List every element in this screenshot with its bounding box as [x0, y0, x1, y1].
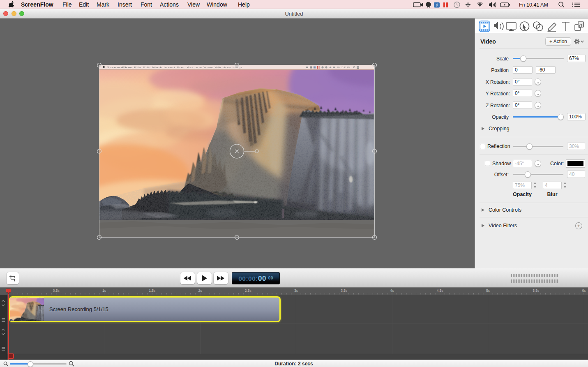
svg-text:3.5s: 3.5s: [341, 289, 347, 293]
svg-text:3s: 3s: [294, 289, 298, 293]
svg-text:2s: 2s: [198, 289, 202, 293]
svg-text:4s: 4s: [390, 289, 394, 293]
svg-text:5.5s: 5.5s: [533, 289, 539, 293]
svg-text:6s: 6s: [582, 289, 586, 293]
svg-text:2.5s: 2.5s: [245, 289, 251, 293]
svg-text:Fri 10:41 AM: Fri 10:41 AM: [519, 2, 548, 8]
svg-text:5s: 5s: [486, 289, 490, 293]
svg-text:1s: 1s: [102, 289, 106, 293]
svg-text:0.5s: 0.5s: [53, 289, 60, 293]
svg-text:1.5s: 1.5s: [149, 289, 155, 293]
svg-text:4.5s: 4.5s: [437, 289, 443, 293]
